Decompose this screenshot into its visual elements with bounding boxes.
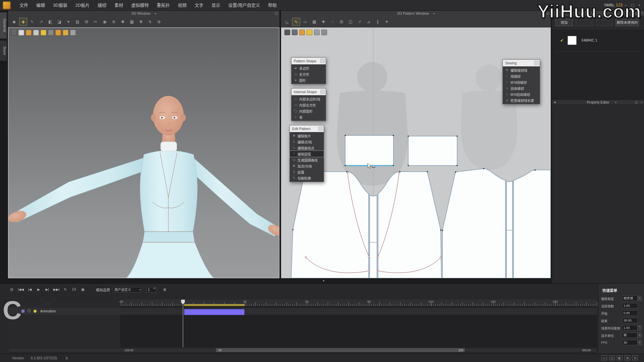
pattern-back-right[interactable]	[514, 170, 551, 278]
setting-value-field[interactable]: 1.00	[622, 325, 638, 330]
sim-quality-select[interactable]: 用户自定义▾	[113, 287, 142, 293]
animation-clip[interactable]	[184, 309, 245, 315]
3d-display-toggle-icon[interactable]	[33, 30, 39, 36]
pattern-back-strip[interactable]	[506, 181, 513, 278]
menu-item[interactable]: 视频	[174, 0, 191, 11]
3d-tool-icon[interactable]: ✂	[92, 18, 100, 26]
fabric-action-button[interactable]	[596, 19, 613, 26]
3d-tool-icon[interactable]: ⊕	[155, 18, 163, 26]
panel-collapse-button[interactable]	[318, 126, 323, 131]
2d-display-toggle-icon[interactable]	[314, 29, 320, 35]
2d-tool-icon[interactable]: ∷	[328, 18, 336, 26]
loop-button[interactable]: ↻	[62, 286, 69, 293]
3d-tool-icon[interactable]: ◉	[101, 18, 109, 26]
3d-display-toggle-icon[interactable]	[41, 30, 46, 36]
tab-general[interactable]: General	[0, 12, 7, 39]
2d-tool-icon[interactable]: ↗	[356, 18, 364, 26]
3d-display-toggle-icon[interactable]	[70, 30, 76, 36]
tool-item[interactable]: ∿自由缝纫	[503, 85, 540, 91]
3d-tool-icon[interactable]: ↗	[37, 18, 45, 26]
2d-tool-icon[interactable]: ◺	[283, 18, 291, 26]
3d-tool-icon[interactable]: ⊚	[110, 18, 118, 26]
fabric-swatch[interactable]	[568, 36, 577, 45]
3d-tool-icon[interactable]: ▤	[73, 18, 82, 26]
tool-item[interactable]: ∿编辑曲线点	[290, 145, 324, 151]
layout-preset-icon[interactable]: ◫	[609, 355, 615, 360]
3d-tool-icon[interactable]: ◪	[55, 18, 63, 26]
3d-tool-icon[interactable]: ⊞	[83, 18, 91, 26]
viewport-collapse-arrow[interactable]: ▼	[319, 279, 329, 283]
tool-item[interactable]: ↧延展	[290, 169, 324, 175]
tool-item[interactable]: ≋编辑缝纫线	[503, 67, 540, 73]
record-button[interactable]: ⊙	[8, 286, 15, 293]
animation-track-row[interactable]	[121, 308, 597, 315]
window-control-button[interactable]: –	[623, 0, 629, 10]
fabric-list-item[interactable]: ✔ FABRIC 1	[552, 34, 644, 47]
tab-store[interactable]: Store	[0, 40, 7, 61]
pattern-rect-1[interactable]	[345, 135, 393, 166]
track-area[interactable]	[121, 307, 597, 347]
2d-tool-icon[interactable]: ⊿	[365, 18, 373, 26]
pattern-front-strip[interactable]	[370, 195, 377, 278]
3d-tool-icon[interactable]: ✥	[137, 18, 145, 26]
tool-item[interactable]: ≈M:N自由缝纫	[503, 91, 540, 97]
layout-preset-icon[interactable]: ⊡	[632, 355, 638, 360]
menu-item[interactable]: 文件	[15, 0, 32, 11]
window-control-button[interactable]: ×	[636, 0, 643, 10]
property-editor-close-icon[interactable]: ×	[641, 100, 642, 105]
menu-item[interactable]: 帮助	[264, 0, 281, 11]
setting-value-field[interactable]: 0.00	[622, 310, 638, 316]
2d-tool-icon[interactable]: ◫	[346, 18, 355, 26]
chevron-down-icon[interactable]: ▾	[638, 296, 642, 301]
pattern-front-left[interactable]	[291, 172, 369, 278]
menu-item[interactable]: 2D板片	[71, 0, 94, 11]
menu-item[interactable]: 缝纫	[94, 0, 110, 11]
3d-window-expand-icon[interactable]: ◱	[275, 11, 278, 16]
fabric-action-button[interactable]	[576, 19, 593, 26]
property-editor-expand-icon[interactable]: ◱	[635, 100, 638, 105]
2d-tool-icon[interactable]: ✎	[292, 18, 300, 26]
timeline-range-bar[interactable]: -100.00 -30 200 300.00	[8, 348, 597, 352]
panel-collapse-button[interactable]	[534, 61, 539, 65]
3d-tool-icon[interactable]: ◆	[10, 18, 18, 26]
range-thumb[interactable]: -30 200	[216, 348, 465, 352]
2d-tool-icon[interactable]: ∥	[374, 18, 382, 26]
play-button[interactable]: ▶	[35, 286, 42, 293]
chevron-down-icon[interactable]: ▾	[638, 333, 642, 338]
tool-item[interactable]: ✚加点/分线	[290, 163, 324, 169]
prev-frame-button[interactable]: |◀	[26, 286, 34, 293]
tool-item[interactable]: ▭长方形	[291, 71, 326, 77]
setting-value-field[interactable]: 1.00	[622, 303, 638, 308]
menu-item[interactable]: 素材	[110, 0, 127, 11]
tool-item[interactable]: ▱内部多边形/线	[291, 96, 326, 102]
go-start-button[interactable]: |◀◀	[17, 286, 25, 293]
setting-value-field[interactable]: 帧步进	[622, 296, 638, 301]
tool-item[interactable]: ✥编辑板片	[290, 133, 324, 139]
3d-display-toggle-icon[interactable]	[26, 30, 32, 36]
menu-item[interactable]: 文字	[191, 0, 207, 11]
tool-item[interactable]: ▭内部长方形	[291, 102, 326, 108]
menu-item[interactable]: 重拓扑	[153, 0, 174, 11]
3d-tool-icon[interactable]: ✦	[64, 18, 72, 26]
layout-preset-icon[interactable]: ⊞	[625, 355, 630, 360]
3d-window-caret-icon[interactable]: ▾	[155, 12, 156, 15]
2d-display-toggle-icon[interactable]	[321, 29, 327, 35]
layout-preset-icon[interactable]: ◧	[617, 355, 623, 360]
3d-tool-icon[interactable]: ✱	[119, 18, 127, 26]
pattern-rect-2[interactable]	[408, 136, 457, 166]
2d-window-expand-icon[interactable]: ◱	[546, 11, 549, 16]
2d-display-toggle-icon[interactable]	[299, 29, 305, 35]
2d-display-toggle-icon[interactable]	[284, 29, 290, 35]
setting-value-field[interactable]: 30.00	[622, 318, 638, 323]
3d-display-toggle-icon[interactable]	[18, 30, 24, 36]
sidebar-close-icon[interactable]: ×	[641, 11, 643, 16]
2d-tool-icon[interactable]: ▦	[310, 18, 318, 26]
speed-button[interactable]: 1X	[70, 286, 78, 293]
step-input[interactable]: 1▴▾	[146, 287, 156, 293]
window-control-button[interactable]: ▢	[629, 0, 636, 10]
3d-display-toggle-icon[interactable]	[11, 30, 17, 36]
track-record-dot-icon[interactable]	[34, 310, 37, 313]
track-header-row[interactable]: Animation	[8, 308, 121, 315]
sidebar-expand-icon[interactable]: ◱	[634, 11, 637, 16]
next-frame-button[interactable]: ▶|	[44, 286, 51, 293]
